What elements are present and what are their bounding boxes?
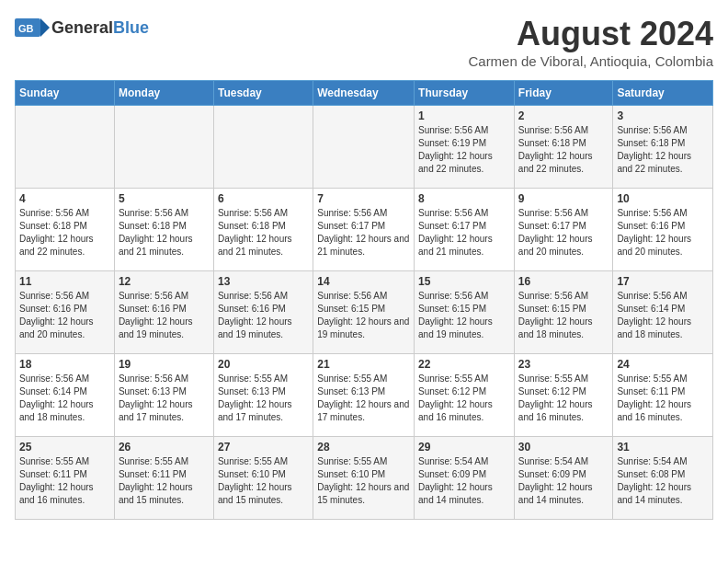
day-number: 16 — [518, 275, 609, 288]
day-info: Sunrise: 5:54 AMSunset: 6:08 PMDaylight:… — [617, 455, 709, 507]
day-info: Sunrise: 5:55 AMSunset: 6:10 PMDaylight:… — [218, 455, 309, 507]
logo-icon: GB — [15, 15, 50, 40]
day-number: 25 — [19, 441, 110, 454]
day-info: Sunrise: 5:55 AMSunset: 6:12 PMDaylight:… — [418, 373, 510, 424]
location-title: Carmen de Viboral, Antioquia, Colombia — [468, 53, 713, 69]
logo-general-text: General — [51, 18, 113, 37]
calendar-cell: 27Sunrise: 5:55 AMSunset: 6:10 PMDayligh… — [213, 437, 313, 520]
day-number: 28 — [317, 441, 410, 454]
calendar-cell: 12Sunrise: 5:56 AMSunset: 6:16 PMDayligh… — [114, 271, 213, 354]
calendar-cell: 2Sunrise: 5:56 AMSunset: 6:18 PMDaylight… — [514, 106, 613, 189]
day-number: 5 — [119, 192, 210, 205]
calendar-cell — [313, 106, 415, 189]
day-info: Sunrise: 5:54 AMSunset: 6:09 PMDaylight:… — [518, 455, 609, 507]
calendar-cell: 28Sunrise: 5:55 AMSunset: 6:10 PMDayligh… — [313, 437, 415, 520]
calendar-cell: 17Sunrise: 5:56 AMSunset: 6:14 PMDayligh… — [613, 271, 713, 354]
day-info: Sunrise: 5:56 AMSunset: 6:16 PMDaylight:… — [617, 207, 709, 259]
day-number: 17 — [617, 275, 709, 288]
weekday-header-thursday: Thursday — [415, 81, 515, 106]
calendar-cell: 24Sunrise: 5:55 AMSunset: 6:11 PMDayligh… — [613, 354, 713, 437]
calendar-week-row: 18Sunrise: 5:56 AMSunset: 6:14 PMDayligh… — [16, 354, 713, 437]
calendar-cell: 4Sunrise: 5:56 AMSunset: 6:18 PMDaylight… — [16, 189, 115, 271]
day-number: 2 — [518, 109, 609, 122]
calendar-cell: 1Sunrise: 5:56 AMSunset: 6:19 PMDaylight… — [415, 106, 515, 189]
day-number: 9 — [518, 192, 609, 205]
calendar-cell: 26Sunrise: 5:55 AMSunset: 6:11 PMDayligh… — [114, 437, 213, 520]
day-info: Sunrise: 5:56 AMSunset: 6:18 PMDaylight:… — [617, 124, 709, 176]
day-number: 22 — [418, 358, 510, 371]
day-info: Sunrise: 5:56 AMSunset: 6:18 PMDaylight:… — [218, 207, 309, 259]
day-info: Sunrise: 5:55 AMSunset: 6:13 PMDaylight:… — [317, 373, 410, 424]
calendar-cell: 10Sunrise: 5:56 AMSunset: 6:16 PMDayligh… — [613, 189, 713, 271]
calendar-cell: 13Sunrise: 5:56 AMSunset: 6:16 PMDayligh… — [213, 271, 313, 354]
day-info: Sunrise: 5:55 AMSunset: 6:11 PMDaylight:… — [617, 373, 709, 424]
calendar-week-row: 4Sunrise: 5:56 AMSunset: 6:18 PMDaylight… — [16, 189, 713, 271]
day-info: Sunrise: 5:56 AMSunset: 6:18 PMDaylight:… — [19, 207, 110, 259]
day-info: Sunrise: 5:56 AMSunset: 6:19 PMDaylight:… — [418, 124, 510, 176]
calendar-cell: 21Sunrise: 5:55 AMSunset: 6:13 PMDayligh… — [313, 354, 415, 437]
day-info: Sunrise: 5:54 AMSunset: 6:09 PMDaylight:… — [418, 455, 510, 507]
header: GB GeneralBlue August 2024 Carmen de Vib… — [15, 15, 713, 69]
day-info: Sunrise: 5:55 AMSunset: 6:13 PMDaylight:… — [218, 373, 309, 424]
svg-text:GB: GB — [18, 23, 34, 34]
calendar-week-row: 11Sunrise: 5:56 AMSunset: 6:16 PMDayligh… — [16, 271, 713, 354]
day-number: 15 — [418, 275, 510, 288]
calendar-cell — [16, 106, 115, 189]
day-info: Sunrise: 5:56 AMSunset: 6:14 PMDaylight:… — [19, 373, 110, 424]
weekday-header-monday: Monday — [114, 81, 213, 106]
day-number: 31 — [617, 441, 709, 454]
day-info: Sunrise: 5:56 AMSunset: 6:14 PMDaylight:… — [617, 290, 709, 341]
calendar-cell: 18Sunrise: 5:56 AMSunset: 6:14 PMDayligh… — [16, 354, 115, 437]
day-number: 27 — [218, 441, 309, 454]
day-number: 3 — [617, 109, 709, 122]
day-info: Sunrise: 5:56 AMSunset: 6:18 PMDaylight:… — [518, 124, 609, 176]
day-info: Sunrise: 5:56 AMSunset: 6:15 PMDaylight:… — [518, 290, 609, 341]
day-number: 30 — [518, 441, 609, 454]
day-info: Sunrise: 5:55 AMSunset: 6:12 PMDaylight:… — [518, 373, 609, 424]
day-info: Sunrise: 5:56 AMSunset: 6:16 PMDaylight:… — [19, 290, 110, 341]
calendar-cell: 20Sunrise: 5:55 AMSunset: 6:13 PMDayligh… — [213, 354, 313, 437]
weekday-header-tuesday: Tuesday — [213, 81, 313, 106]
day-number: 29 — [418, 441, 510, 454]
logo-blue-text: Blue — [113, 18, 149, 37]
calendar-cell: 25Sunrise: 5:55 AMSunset: 6:11 PMDayligh… — [16, 437, 115, 520]
day-number: 10 — [617, 192, 709, 205]
day-info: Sunrise: 5:56 AMSunset: 6:17 PMDaylight:… — [418, 207, 510, 259]
calendar-week-row: 1Sunrise: 5:56 AMSunset: 6:19 PMDaylight… — [16, 106, 713, 189]
weekday-header-sunday: Sunday — [16, 81, 115, 106]
calendar-cell: 31Sunrise: 5:54 AMSunset: 6:08 PMDayligh… — [613, 437, 713, 520]
day-info: Sunrise: 5:56 AMSunset: 6:16 PMDaylight:… — [218, 290, 309, 341]
day-number: 4 — [19, 192, 110, 205]
day-number: 13 — [218, 275, 309, 288]
day-number: 1 — [418, 109, 510, 122]
day-info: Sunrise: 5:56 AMSunset: 6:15 PMDaylight:… — [317, 290, 410, 341]
day-number: 6 — [218, 192, 309, 205]
calendar-cell: 9Sunrise: 5:56 AMSunset: 6:17 PMDaylight… — [514, 189, 613, 271]
calendar-cell: 16Sunrise: 5:56 AMSunset: 6:15 PMDayligh… — [514, 271, 613, 354]
weekday-header-friday: Friday — [514, 81, 613, 106]
logo: GB GeneralBlue — [15, 15, 149, 40]
day-number: 11 — [19, 275, 110, 288]
title-area: August 2024 Carmen de Viboral, Antioquia… — [468, 15, 713, 69]
calendar-cell: 30Sunrise: 5:54 AMSunset: 6:09 PMDayligh… — [514, 437, 613, 520]
calendar-cell: 3Sunrise: 5:56 AMSunset: 6:18 PMDaylight… — [613, 106, 713, 189]
weekday-header-saturday: Saturday — [613, 81, 713, 106]
weekday-header-wednesday: Wednesday — [313, 81, 415, 106]
calendar-cell: 14Sunrise: 5:56 AMSunset: 6:15 PMDayligh… — [313, 271, 415, 354]
day-info: Sunrise: 5:55 AMSunset: 6:10 PMDaylight:… — [317, 455, 410, 507]
calendar-cell: 8Sunrise: 5:56 AMSunset: 6:17 PMDaylight… — [415, 189, 515, 271]
calendar-cell: 22Sunrise: 5:55 AMSunset: 6:12 PMDayligh… — [415, 354, 515, 437]
calendar-table: SundayMondayTuesdayWednesdayThursdayFrid… — [15, 80, 713, 520]
day-number: 24 — [617, 358, 709, 371]
day-info: Sunrise: 5:56 AMSunset: 6:13 PMDaylight:… — [119, 373, 210, 424]
day-info: Sunrise: 5:56 AMSunset: 6:17 PMDaylight:… — [317, 207, 410, 259]
svg-marker-1 — [40, 18, 50, 37]
weekday-header-row: SundayMondayTuesdayWednesdayThursdayFrid… — [16, 81, 713, 106]
day-info: Sunrise: 5:56 AMSunset: 6:17 PMDaylight:… — [518, 207, 609, 259]
calendar-header: SundayMondayTuesdayWednesdayThursdayFrid… — [16, 81, 713, 106]
day-info: Sunrise: 5:55 AMSunset: 6:11 PMDaylight:… — [19, 455, 110, 507]
calendar-cell: 23Sunrise: 5:55 AMSunset: 6:12 PMDayligh… — [514, 354, 613, 437]
day-info: Sunrise: 5:56 AMSunset: 6:18 PMDaylight:… — [119, 207, 210, 259]
calendar-cell — [114, 106, 213, 189]
day-info: Sunrise: 5:55 AMSunset: 6:11 PMDaylight:… — [119, 455, 210, 507]
